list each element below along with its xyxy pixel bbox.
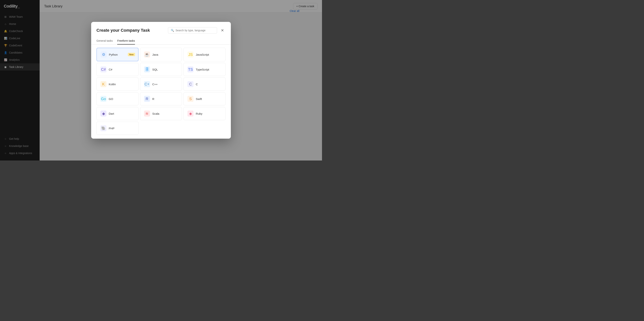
new-badge: New [128,53,135,56]
c-icon: C [188,81,194,87]
lang-item-java[interactable]: ☕ Java [140,48,182,61]
java-icon: ☕ [144,51,150,57]
lang-item-dart[interactable]: ◆ Dart [96,107,138,120]
lang-item-cpp[interactable]: C+ C++ [140,77,182,91]
lang-item-typescript[interactable]: TS TypeScript [184,63,226,76]
lang-item-sql[interactable]: 🗄 SQL [140,63,182,76]
modal-header: Create your Company Task 🔍 ✕ [91,22,231,37]
dart-label: Dart [109,112,114,115]
modal-overlay: Create your Company Task 🔍 ✕ General tas… [0,0,322,160]
modal-title: Create your Company Task [96,28,150,33]
php-icon: 🐘 [100,125,106,131]
typescript-label: TypeScript [196,68,209,71]
python-label: Python [109,53,118,56]
csharp-label: C# [109,68,112,71]
kotlin-label: Kotlin [109,83,116,86]
ruby-label: Ruby [196,112,202,115]
lang-item-scala[interactable]: ≋ Scala [140,107,182,120]
lang-item-swift[interactable]: S Swift [184,92,226,105]
lang-item-csharp[interactable]: C# C# [96,63,138,76]
c-label: C [196,83,198,86]
cpp-icon: C+ [144,81,150,87]
javascript-label: JavaScript [196,53,209,56]
python-icon: ⚙ [100,51,107,57]
scala-label: Scala [152,112,160,115]
lang-item-python[interactable]: ⚙ Python New [96,48,138,61]
lang-item-javascript[interactable]: JS JavaScript [184,48,226,61]
php-label: PHP [109,127,114,130]
modal: Create your Company Task 🔍 ✕ General tas… [91,22,231,139]
cpp-label: C++ [152,83,158,86]
close-button[interactable]: ✕ [219,27,226,33]
lang-item-go[interactable]: Go GO [96,92,138,105]
javascript-icon: JS [188,51,194,57]
modal-tabs: General tasks Freeform tasks [91,37,231,45]
kotlin-icon: K [100,81,106,87]
typescript-icon: TS [188,66,194,72]
scala-icon: ≋ [144,110,150,117]
r-icon: R [144,96,150,102]
search-container: 🔍 [168,27,217,33]
r-label: R [152,97,154,100]
lang-item-c[interactable]: C C [184,77,226,91]
modal-body: ⚙ Python New ☕ Java JS JavaScript C# C# … [91,45,231,139]
swift-icon: S [188,96,194,102]
java-label: Java [152,53,158,56]
csharp-icon: C# [100,66,106,72]
tab-freeform[interactable]: Freeform tasks [117,37,135,44]
ruby-icon: ◈ [188,110,194,117]
swift-label: Swift [196,97,202,100]
go-label: GO [109,97,113,100]
lang-item-php[interactable]: 🐘 PHP [96,122,138,135]
go-icon: Go [100,96,106,102]
search-icon: 🔍 [171,29,174,32]
lang-item-kotlin[interactable]: K Kotlin [96,77,138,91]
tab-general[interactable]: General tasks [96,37,113,44]
dart-icon: ◆ [100,110,106,117]
lang-item-ruby[interactable]: ◈ Ruby [184,107,226,120]
lang-item-r[interactable]: R R [140,92,182,105]
search-input[interactable] [176,29,214,32]
sql-icon: 🗄 [144,66,150,72]
sql-label: SQL [152,68,158,71]
language-grid: ⚙ Python New ☕ Java JS JavaScript C# C# … [96,48,226,135]
